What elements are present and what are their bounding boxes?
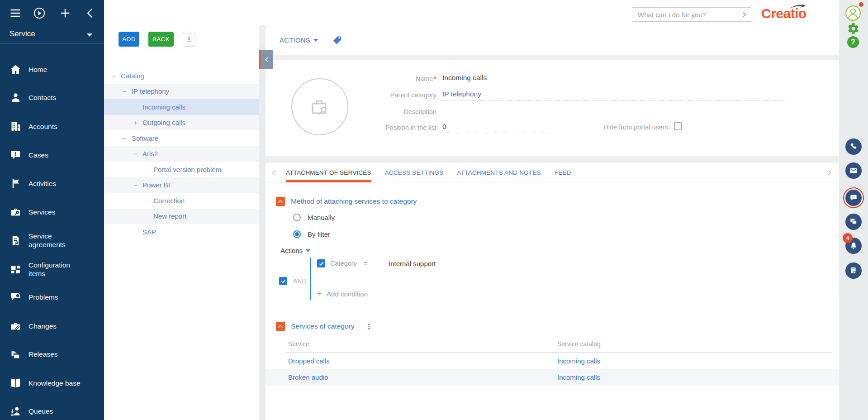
sidebar-item-queues[interactable]: Queues bbox=[0, 400, 104, 420]
phone-button[interactable] bbox=[845, 138, 862, 155]
tree-node-label[interactable]: Catalog bbox=[121, 72, 144, 80]
tree-node[interactable]: Portal version problem bbox=[104, 162, 259, 177]
column-header-service-catalog[interactable]: Service catalog bbox=[557, 340, 601, 352]
service-link[interactable]: Broken audio bbox=[288, 373, 328, 381]
tree-node-label[interactable]: New report bbox=[153, 212, 186, 220]
radio-manually[interactable]: Manually bbox=[293, 214, 335, 221]
search-input[interactable] bbox=[632, 11, 738, 19]
tree-node-label[interactable]: Outgoing calls bbox=[142, 119, 185, 126]
sidebar-item-knowledge-base[interactable]: Knowledge base bbox=[0, 372, 104, 394]
description-input[interactable] bbox=[442, 107, 785, 117]
run-process-button[interactable] bbox=[33, 7, 46, 19]
sidebar-item-home[interactable]: Home bbox=[0, 58, 104, 80]
tab-attachments-and-notes[interactable]: ATTACHMENTS AND NOTES bbox=[457, 163, 541, 182]
sidebar-item-services[interactable]: Services bbox=[0, 201, 104, 223]
position-input[interactable]: 0 bbox=[442, 123, 551, 133]
tree-node[interactable]: +Outgoing calls bbox=[104, 115, 259, 131]
sidebar-item-accounts[interactable]: Accounts bbox=[0, 115, 104, 137]
sidebar-item-cases[interactable]: Cases bbox=[0, 144, 104, 166]
workspace-selector[interactable]: Service bbox=[0, 26, 104, 43]
tabs-scroll-left-button[interactable] bbox=[270, 168, 278, 177]
services-section-menu-button[interactable]: ⋮ bbox=[365, 322, 372, 331]
menu-button[interactable] bbox=[9, 7, 22, 19]
email-button[interactable] bbox=[845, 162, 862, 179]
collapse-node-icon[interactable]: − bbox=[122, 87, 128, 95]
tree-node-label[interactable]: Portal version problem bbox=[153, 166, 221, 173]
tree-node[interactable]: New report bbox=[104, 209, 259, 224]
hide-from-portal-checkbox[interactable] bbox=[674, 122, 682, 130]
tree-node[interactable]: Incoming calls bbox=[104, 99, 259, 115]
messages-button[interactable] bbox=[845, 214, 862, 230]
sidebar-item-configuration-items[interactable]: Configuration items bbox=[0, 258, 104, 280]
add-button[interactable] bbox=[59, 7, 71, 19]
tab-access-settings[interactable]: ACCESS SETTINGS bbox=[385, 163, 444, 182]
collapse-node-icon[interactable]: − bbox=[122, 134, 128, 142]
chat-button[interactable] bbox=[845, 190, 862, 206]
help-button[interactable]: ? bbox=[847, 36, 859, 48]
tabs-scroll-right-button[interactable] bbox=[825, 168, 834, 177]
parent-category-link[interactable]: IP telephony bbox=[442, 90, 785, 100]
tree-node-label[interactable]: Aris2 bbox=[142, 150, 158, 158]
radio-by-filter[interactable]: By filter bbox=[293, 230, 330, 238]
logical-operator-label[interactable]: AND bbox=[293, 277, 307, 285]
chat-button-active-ring[interactable] bbox=[843, 187, 864, 208]
add-button[interactable]: ADD bbox=[119, 32, 139, 47]
services-section-title[interactable]: Services of category bbox=[291, 322, 354, 330]
process-log-button[interactable] bbox=[845, 262, 862, 279]
collapse-panel-handle[interactable] bbox=[261, 50, 273, 69]
sidebar-item-releases[interactable]: Releases bbox=[0, 343, 104, 365]
user-profile-button[interactable] bbox=[845, 5, 861, 21]
collapse-left-button[interactable] bbox=[84, 7, 97, 19]
collapse-section-button[interactable] bbox=[276, 197, 285, 206]
filter-actions-menu[interactable]: Actions bbox=[280, 247, 310, 254]
tree-node-label[interactable]: Power BI bbox=[142, 181, 170, 189]
tree-node[interactable]: −Catalog bbox=[104, 68, 259, 84]
column-header-service[interactable]: Service bbox=[288, 340, 309, 352]
tree-node-label[interactable]: SAP bbox=[142, 228, 156, 236]
sidebar-item-contacts[interactable]: Contacts bbox=[0, 86, 104, 108]
condition-operator-link[interactable]: = bbox=[364, 260, 389, 267]
sidebar-item-changes[interactable]: Changes bbox=[0, 315, 104, 337]
collapse-node-icon[interactable]: − bbox=[111, 72, 117, 80]
tree-node[interactable]: −IP telephony bbox=[104, 84, 259, 100]
collapse-node-icon[interactable]: − bbox=[133, 150, 139, 158]
logical-operator-checkbox[interactable] bbox=[279, 277, 287, 285]
tree-node-label[interactable]: IP telephony bbox=[132, 87, 169, 95]
condition-checkbox[interactable] bbox=[317, 259, 325, 267]
tree-node[interactable]: SAP bbox=[104, 224, 259, 240]
tree-node[interactable]: −Software bbox=[104, 130, 259, 146]
table-row[interactable]: Dropped callsIncoming calls bbox=[266, 353, 839, 369]
collapse-section-button[interactable] bbox=[276, 322, 285, 331]
sidebar-item-service-agreements[interactable]: Service agreements bbox=[0, 229, 104, 251]
back-button[interactable]: BACK bbox=[148, 32, 174, 47]
add-condition-button[interactable]: + Add condition bbox=[317, 289, 368, 299]
name-input[interactable]: Incoming calls bbox=[442, 74, 785, 84]
panel-more-button[interactable]: ⋮ bbox=[183, 32, 195, 47]
service-link[interactable]: Dropped calls bbox=[288, 357, 330, 365]
sidebar-item-problems[interactable]: Problems bbox=[0, 286, 104, 308]
condition-value-link[interactable]: Internal support bbox=[389, 260, 436, 267]
tree-node-label[interactable]: Software bbox=[132, 134, 158, 142]
sidebar-item-activities[interactable]: Activities bbox=[0, 172, 104, 194]
expand-node-icon[interactable]: + bbox=[133, 119, 139, 126]
tree-node[interactable]: −Power BI bbox=[104, 177, 259, 193]
attachment-method-section-title[interactable]: Method of attaching services to category bbox=[291, 197, 417, 205]
radio-button[interactable] bbox=[293, 214, 301, 221]
search-submit-button[interactable] bbox=[738, 8, 751, 21]
tab-feed[interactable]: FEED bbox=[555, 163, 571, 182]
tree-node[interactable]: Correction bbox=[104, 193, 259, 209]
collapse-node-icon[interactable]: − bbox=[133, 181, 139, 189]
actions-menu-button[interactable]: ACTIONS bbox=[280, 37, 318, 44]
panel-splitter[interactable] bbox=[259, 45, 266, 420]
tree-node[interactable]: −Aris2 bbox=[104, 146, 259, 162]
condition-field-link[interactable]: Category bbox=[330, 260, 364, 267]
tag-icon[interactable] bbox=[332, 35, 342, 46]
settings-button[interactable] bbox=[847, 23, 859, 35]
tab-attachment-of-services[interactable]: ATTACHMENT OF SERVICES bbox=[286, 163, 371, 182]
table-row[interactable]: Broken audioIncoming calls bbox=[266, 369, 839, 386]
tree-node-label[interactable]: Correction bbox=[153, 197, 185, 205]
tree-node-label[interactable]: Incoming calls bbox=[142, 103, 185, 111]
radio-button[interactable] bbox=[293, 230, 301, 238]
service-catalog-link[interactable]: Incoming calls bbox=[557, 357, 600, 365]
service-catalog-link[interactable]: Incoming calls bbox=[557, 373, 600, 381]
